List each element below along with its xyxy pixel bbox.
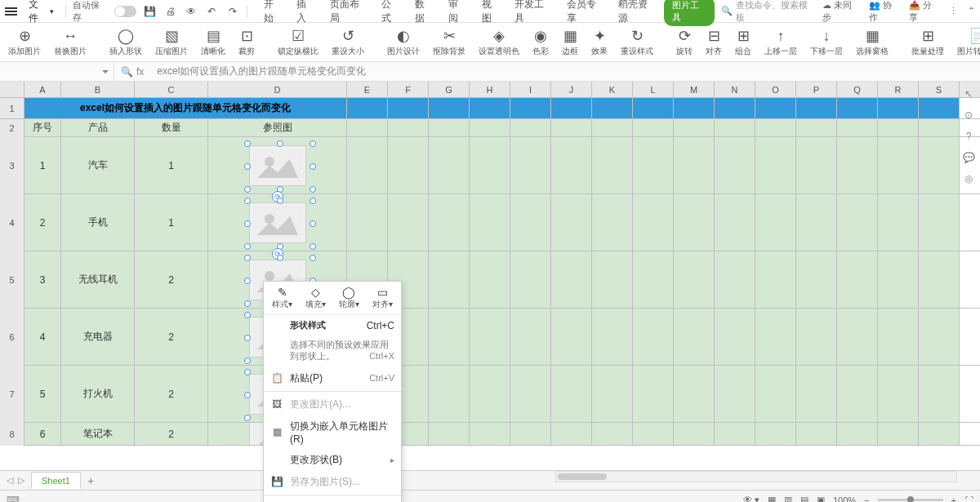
ribbon-组合[interactable]: ⊞组合: [730, 27, 756, 57]
cell-I1[interactable]: [510, 98, 551, 118]
cell-R5[interactable]: [878, 251, 919, 308]
ribbon-对齐[interactable]: ⊟对齐: [701, 27, 727, 57]
cell-M8[interactable]: [674, 423, 715, 445]
selection-handle[interactable]: [310, 186, 316, 193]
cell-G8[interactable]: [429, 423, 470, 445]
ribbon-下移一层[interactable]: ↓下移一层: [805, 27, 848, 57]
cell-I2[interactable]: [510, 119, 551, 136]
cell-K4[interactable]: [592, 194, 633, 251]
cell-O2[interactable]: [755, 119, 796, 136]
ribbon-设置透明色[interactable]: ◈设置透明色: [474, 27, 524, 57]
ribbon-重设大小[interactable]: ↺重设大小: [327, 27, 369, 57]
selection-handle[interactable]: [244, 335, 251, 341]
cell-H5[interactable]: [470, 251, 510, 308]
tab-3[interactable]: 公式: [380, 0, 402, 29]
sync-status[interactable]: ☁ 未同步: [822, 0, 859, 24]
col-header-C[interactable]: C: [135, 82, 208, 97]
tab-1[interactable]: 插入: [295, 0, 317, 29]
selection-handle[interactable]: [244, 278, 251, 284]
mini-样式[interactable]: ✎样式▾: [266, 284, 299, 312]
cell-Q8[interactable]: [837, 423, 878, 445]
cell-S8[interactable]: [919, 423, 960, 445]
cell-A7[interactable]: 5: [24, 366, 61, 422]
name-box[interactable]: [0, 62, 114, 81]
zoom-value[interactable]: 100%: [833, 495, 856, 503]
col-header-P[interactable]: P: [796, 82, 837, 97]
ribbon-插入形状[interactable]: ◯插入形状: [105, 27, 147, 57]
ribbon-裁剪[interactable]: ⊡裁剪: [234, 27, 260, 57]
cell-R8[interactable]: [878, 423, 919, 445]
cell-B3[interactable]: 汽车: [61, 137, 135, 193]
marker-icon[interactable]: ◎: [964, 173, 973, 184]
selection-handle[interactable]: [310, 255, 316, 261]
col-header-L[interactable]: L: [633, 82, 674, 97]
cell-G4[interactable]: [429, 194, 470, 251]
select-all-corner[interactable]: [0, 82, 24, 97]
ribbon-色彩[interactable]: ◉色彩: [528, 27, 554, 57]
col-header-R[interactable]: R: [878, 82, 919, 97]
ctx-粘贴(P)[interactable]: 📋粘贴(P)Ctrl+V: [264, 367, 401, 389]
command-search[interactable]: 🔍 查找命令、搜索模板: [721, 0, 813, 24]
view-page-icon[interactable]: ▤: [800, 495, 808, 502]
cell-G6[interactable]: [429, 309, 470, 365]
cell-J1[interactable]: [551, 98, 592, 118]
cell-R7[interactable]: [878, 366, 919, 422]
cell-C5[interactable]: 2: [135, 251, 208, 308]
ribbon-图片设计[interactable]: ◐图片设计: [382, 27, 425, 57]
title-cell[interactable]: excel如何设置插入的图片跟随单元格变化而变化: [24, 98, 347, 118]
eye-icon[interactable]: 👁 ▾: [743, 495, 760, 502]
cell-C2[interactable]: 数量: [135, 119, 208, 136]
row-header-4[interactable]: 4: [0, 194, 24, 251]
cell-J3[interactable]: [551, 137, 592, 193]
print-icon[interactable]: 🖨: [163, 4, 177, 19]
cell-K2[interactable]: [592, 119, 633, 136]
ctx-更改形状(B)[interactable]: 更改形状(B)▸: [264, 449, 401, 471]
selection-handle[interactable]: [277, 255, 283, 261]
ribbon-锁定纵横比[interactable]: ☑锁定纵横比: [273, 27, 323, 57]
cell-S1[interactable]: [919, 98, 960, 118]
cell-P6[interactable]: [796, 309, 837, 365]
cell-P4[interactable]: [796, 194, 837, 251]
cell-J6[interactable]: [551, 309, 592, 365]
ribbon-清晰化[interactable]: ▤清晰化: [196, 27, 230, 57]
redo-icon[interactable]: ↷: [225, 4, 239, 19]
ribbon-上移一层[interactable]: ↑上移一层: [760, 27, 802, 57]
cell-K8[interactable]: [592, 423, 633, 445]
cell-A3[interactable]: 1: [24, 137, 61, 193]
selection-handle[interactable]: [244, 186, 251, 193]
cell-M1[interactable]: [674, 98, 715, 118]
cell-K5[interactable]: [592, 251, 633, 308]
cell-Q2[interactable]: [837, 119, 878, 136]
cell-N5[interactable]: [715, 251, 755, 308]
cell-B6[interactable]: 充电器: [61, 309, 135, 365]
col-header-F[interactable]: F: [388, 82, 429, 97]
selection-handle[interactable]: [277, 198, 283, 204]
cell-O7[interactable]: [755, 366, 796, 422]
ribbon-批量处理[interactable]: ⊞批量处理: [906, 27, 949, 57]
cell-O6[interactable]: [755, 309, 796, 365]
row-header-7[interactable]: 7: [0, 366, 24, 423]
ribbon-抠除背景[interactable]: ✂抠除背景: [428, 27, 470, 57]
ribbon-添加图片[interactable]: ⊕添加图片: [3, 27, 46, 57]
cell-G1[interactable]: [429, 98, 470, 118]
selection-handle[interactable]: [310, 220, 316, 227]
cell-L8[interactable]: [633, 423, 674, 445]
view-normal-icon[interactable]: ▥: [784, 495, 792, 502]
cell-L1[interactable]: [633, 98, 674, 118]
cell-R6[interactable]: [878, 309, 919, 365]
tab-5[interactable]: 审阅: [447, 0, 469, 29]
cell-A2[interactable]: 序号: [24, 119, 61, 136]
cell-Q6[interactable]: [837, 309, 878, 365]
file-menu[interactable]: 文件 ▾: [24, 0, 59, 27]
cell-H6[interactable]: [470, 309, 510, 365]
help-icon[interactable]: ?: [966, 131, 972, 142]
share-button[interactable]: 📤 分享: [909, 0, 939, 24]
selection-handle[interactable]: [244, 415, 251, 421]
grid-icon[interactable]: ▦: [768, 495, 776, 502]
mini-轮廓[interactable]: ◯轮廓▾: [333, 284, 366, 312]
cell-P2[interactable]: [796, 119, 837, 136]
cell-P7[interactable]: [796, 366, 837, 422]
mini-填充[interactable]: ◇填充▾: [300, 284, 332, 312]
cell-N7[interactable]: [715, 366, 755, 422]
cell-O8[interactable]: [755, 423, 796, 445]
